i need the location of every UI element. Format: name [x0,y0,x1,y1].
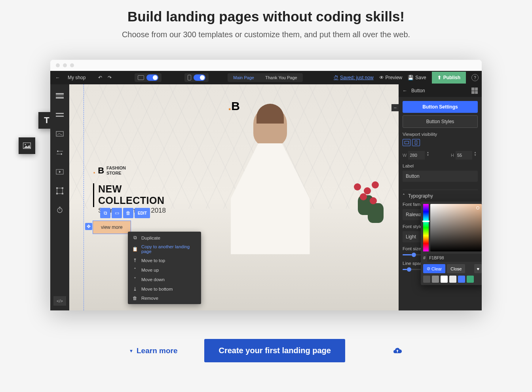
grid-view-icon[interactable] [471,88,478,94]
model-image [207,107,332,310]
video-tool-icon[interactable] [55,168,64,175]
saturation-area[interactable] [430,204,482,251]
label-field-label: Label [403,164,478,168]
collapse-panel-icon[interactable]: − [391,104,399,111]
color-swatch[interactable] [441,276,448,283]
store-badge[interactable]: .B FASHIONSTORE [93,166,126,176]
svg-rect-13 [57,188,63,194]
width-stepper[interactable]: ▲▼ [426,151,430,160]
left-tool-rail: </> [50,84,69,310]
alignment-guide [84,84,84,310]
svg-point-10 [61,153,62,155]
svg-rect-6 [56,116,64,117]
delete-tool-icon[interactable]: 🗑 [123,208,133,218]
redo-icon[interactable]: ↷ [108,75,112,80]
svg-rect-16 [56,193,58,194]
brand-logo[interactable]: .B [228,99,240,113]
desktop-icon[interactable] [138,75,144,80]
width-label: W [403,153,407,158]
svg-point-8 [57,150,59,152]
context-menu: ⧉Duplicate 📋Copy to another landing page… [128,232,201,304]
floating-image-tool[interactable] [19,137,35,154]
timer-tool-icon[interactable] [55,206,64,213]
hue-slider[interactable] [423,204,429,251]
section-tool-icon[interactable] [55,92,64,99]
desktop-toggle-group [135,73,162,82]
svg-rect-17 [62,193,63,194]
preview-button[interactable]: 👁Preview [379,75,403,80]
panel-back-icon[interactable]: ← [403,88,407,93]
tab-thankyou-page[interactable]: Thank You Page [260,73,303,82]
cloud-upload-icon[interactable] [392,345,403,356]
ctx-copy-to-page[interactable]: 📋Copy to another landing page [128,242,201,256]
copy-tool-icon[interactable]: ▭ [112,208,122,218]
chevron-up-icon: ˄ [403,193,405,199]
row-tool-icon[interactable] [55,111,64,118]
help-icon[interactable]: ? [471,74,479,81]
mobile-toggle-group [184,73,209,82]
hash-label: # [423,255,426,260]
hero-subtitle: Choose from our 300 templates or customi… [16,30,516,39]
saved-status[interactable]: ⏱Saved: just now [334,75,374,80]
undo-icon[interactable]: ↶ [98,75,102,80]
publish-button[interactable]: ⬆Publish [432,72,466,84]
editor-topbar: ← My shop ↶ ↷ Main Page Thank You Page [50,71,482,84]
ctx-remove[interactable]: 🗑Remove [128,294,201,303]
viewport-mobile-icon[interactable] [412,139,420,146]
browser-chrome [50,60,482,71]
svg-point-1 [25,144,26,145]
box-tool-icon[interactable] [55,187,64,194]
height-label: H [451,153,454,158]
back-button[interactable]: ← [53,75,62,80]
move-handle-icon[interactable]: ✥ [85,223,92,230]
label-input[interactable] [403,171,478,182]
typography-accordion[interactable]: ˄ Typography [403,190,478,202]
settings-tool-icon[interactable] [55,149,64,156]
column-tool-icon[interactable] [55,130,64,137]
color-swatch[interactable] [467,276,474,283]
favorite-color-icon[interactable]: ♥ [474,264,482,273]
color-swatches [423,276,482,283]
hex-input[interactable] [427,254,482,262]
flowers-decoration [350,179,386,231]
svg-rect-5 [56,113,64,114]
width-input[interactable] [408,151,425,160]
svg-rect-4 [56,97,64,99]
ctx-move-bottom[interactable]: ⤓Move to bottom [128,284,201,294]
ctx-move-down[interactable]: ˅Move down [128,275,201,284]
color-swatch[interactable] [432,276,439,283]
shop-name[interactable]: My shop [65,75,88,80]
selected-button-element[interactable]: view more [93,221,131,234]
tab-button-settings[interactable]: Button Settings [403,101,478,113]
viewport-label: Viewport visibility [403,132,478,137]
ctx-duplicate[interactable]: ⧉Duplicate [128,233,201,242]
desktop-toggle[interactable] [146,74,158,81]
code-tool[interactable]: </> [53,296,66,306]
mobile-toggle[interactable] [194,74,205,81]
headline-text: NEW COLLECTION [93,183,186,206]
learn-more-link[interactable]: ▼ Learn more [129,346,177,355]
height-input[interactable] [456,151,472,160]
svg-rect-15 [62,187,63,189]
svg-rect-2 [56,93,64,95]
ctx-move-top[interactable]: ⤒Move to top [128,256,201,265]
clear-color-button[interactable]: ⊘Clear [423,264,445,273]
ctx-move-up[interactable]: ˄Move up [128,265,201,275]
svg-rect-14 [56,187,58,189]
color-picker: # % ⊘Clear Close ♥ [421,202,482,285]
height-stepper[interactable]: ▲▼ [474,151,478,160]
edit-button[interactable]: EDIT [135,208,150,218]
create-landing-page-button[interactable]: Create your first landing page [204,339,345,362]
save-button[interactable]: 💾Save [408,75,426,80]
close-color-button[interactable]: Close [447,264,465,273]
tab-main-page[interactable]: Main Page [228,73,260,82]
duplicate-tool-icon[interactable]: ⧉ [100,208,110,218]
color-swatch[interactable] [458,276,465,283]
color-swatch[interactable] [423,276,430,283]
color-swatch[interactable] [449,276,456,283]
panel-title: Button [411,88,425,93]
tab-button-styles[interactable]: Button Styles [403,115,478,128]
viewport-desktop-icon[interactable] [403,139,410,146]
mobile-icon[interactable] [188,75,191,80]
canvas[interactable]: .B .B FASHIONSTORE NEW COLLECTION Spring… [69,84,399,310]
